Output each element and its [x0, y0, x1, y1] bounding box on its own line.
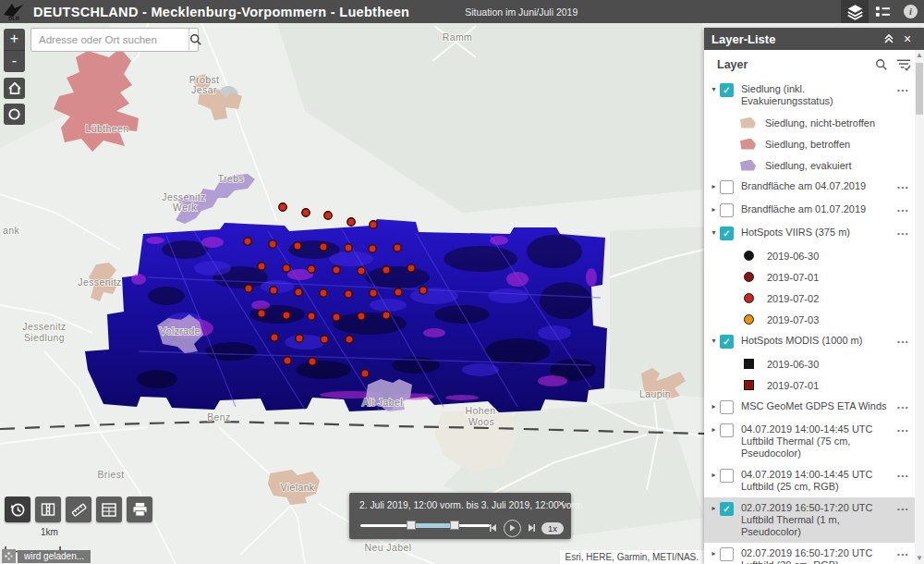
hotspot-marker[interactable] — [296, 335, 303, 342]
hotspot-marker[interactable] — [370, 289, 377, 297]
hotspot-marker[interactable] — [369, 245, 376, 252]
layer-row[interactable]: ▸04.07.2019 14:00-14:45 UTC Luftbild The… — [704, 419, 915, 464]
layer-row[interactable]: ▸MSC GeoMet GDPS ETA Winds••• — [704, 396, 915, 419]
chevron-down-icon[interactable]: ▾ — [709, 228, 719, 237]
play-button[interactable] — [504, 520, 521, 537]
time-slider-track[interactable] — [360, 521, 490, 530]
layer-checkbox[interactable] — [720, 400, 734, 414]
hotspot-marker[interactable] — [383, 312, 390, 319]
layer-checkbox[interactable] — [720, 180, 734, 194]
swipe-button[interactable] — [35, 497, 61, 522]
hotspot-marker[interactable] — [309, 358, 316, 365]
hotspot-marker[interactable] — [407, 264, 415, 272]
measure-button[interactable] — [66, 497, 91, 522]
chevron-right-icon[interactable]: ▸ — [709, 402, 719, 411]
layer-checkbox[interactable]: ✓ — [720, 227, 734, 240]
chevron-right-icon[interactable]: ▸ — [709, 504, 719, 512]
home-button[interactable] — [4, 78, 25, 99]
hotspot-marker[interactable] — [419, 287, 427, 294]
hotspot-marker[interactable] — [320, 243, 327, 251]
layer-checkbox[interactable]: ✓ — [720, 335, 734, 349]
hotspot-marker[interactable] — [333, 266, 340, 274]
hotspot-marker[interactable] — [333, 313, 340, 321]
chevron-right-icon[interactable]: ▸ — [709, 549, 719, 558]
layer-checkbox[interactable]: ✓ — [720, 502, 734, 516]
layer-row[interactable]: ▸✓02.07.2019 16:50-17:20 UTC Luftbild Th… — [704, 497, 915, 543]
hotspot-marker[interactable] — [394, 244, 401, 251]
search-button[interactable] — [188, 29, 202, 51]
hotspot-marker[interactable] — [302, 209, 310, 216]
legend-button[interactable] — [869, 0, 896, 23]
hotspot-marker[interactable] — [321, 336, 328, 343]
chevron-down-icon[interactable]: ▾ — [709, 337, 719, 345]
hotspot-marker[interactable] — [346, 336, 353, 343]
hotspot-marker[interactable] — [395, 288, 402, 296]
collapse-icon[interactable] — [880, 33, 898, 44]
hotspot-marker[interactable] — [269, 240, 276, 248]
hotspot-marker[interactable] — [324, 212, 332, 219]
hotspot-marker[interactable] — [270, 287, 277, 294]
hotspot-marker[interactable] — [283, 264, 290, 272]
hotspot-marker[interactable] — [370, 221, 377, 228]
chevron-down-icon[interactable]: ▾ — [709, 85, 719, 93]
hotspot-marker[interactable] — [283, 312, 290, 319]
panel-scrollbar[interactable]: ▲ ▼ — [915, 50, 924, 564]
hotspot-marker[interactable] — [347, 218, 355, 226]
layer-list-button[interactable] — [841, 0, 869, 23]
zoom-out-button[interactable]: - — [4, 51, 25, 72]
layer-checkbox[interactable] — [720, 203, 734, 217]
layer-checkbox[interactable] — [720, 547, 734, 561]
layer-menu-button[interactable]: ••• — [897, 229, 909, 238]
time-slider-handle-end[interactable] — [450, 521, 459, 530]
step-forward-button[interactable] — [527, 523, 536, 533]
layer-row[interactable]: ▾✓HotSpots MODIS (1000 m)••• — [704, 330, 915, 353]
hotspot-marker[interactable] — [361, 370, 369, 377]
chevron-right-icon[interactable]: ▸ — [709, 425, 719, 434]
layer-search-button[interactable] — [875, 58, 888, 71]
layer-menu-button[interactable]: ••• — [897, 206, 909, 215]
print-button[interactable] — [127, 497, 152, 522]
close-icon[interactable]: × — [898, 31, 917, 46]
layer-row[interactable]: ▾✓Siedlung (inkl. Evakuierungsstatus)••• — [704, 79, 915, 112]
hotspot-marker[interactable] — [279, 203, 286, 211]
hotspot-marker[interactable] — [358, 313, 365, 320]
hotspot-marker[interactable] — [345, 244, 352, 251]
layer-menu-button[interactable]: ••• — [897, 86, 909, 94]
layer-menu-button[interactable]: ••• — [897, 550, 909, 558]
layer-filter-button[interactable] — [896, 58, 911, 71]
scroll-down-icon[interactable]: ▼ — [915, 553, 924, 564]
hotspot-marker[interactable] — [345, 290, 352, 298]
layer-menu-button[interactable]: ••• — [897, 505, 909, 513]
hotspot-marker[interactable] — [308, 265, 315, 273]
chevron-right-icon[interactable]: ▸ — [709, 182, 719, 190]
hotspot-marker[interactable] — [284, 357, 291, 364]
chevron-right-icon[interactable]: ▸ — [709, 471, 719, 479]
hotspot-marker[interactable] — [383, 266, 390, 274]
locate-button[interactable] — [4, 104, 25, 125]
hotspot-marker[interactable] — [358, 267, 365, 275]
zoom-in-button[interactable]: + — [4, 29, 25, 51]
time-slider-button[interactable] — [5, 497, 30, 522]
layer-row[interactable]: ▸Brandfläche am 04.07.2019••• — [704, 176, 915, 199]
layer-menu-button[interactable]: ••• — [897, 183, 909, 191]
layer-row[interactable]: ▾✓HotSpots VIIRS (375 m)••• — [704, 222, 915, 245]
layer-row[interactable]: ▸Brandfläche am 01.07.2019••• — [704, 199, 915, 222]
hotspot-marker[interactable] — [308, 313, 315, 320]
playback-speed-button[interactable]: 1x — [541, 522, 564, 534]
time-slider-handle-start[interactable] — [407, 521, 416, 530]
layer-checkbox[interactable] — [720, 469, 734, 483]
scrollbar-thumb[interactable] — [916, 63, 923, 115]
search-input[interactable] — [31, 29, 188, 51]
hotspot-marker[interactable] — [245, 285, 252, 292]
layer-row[interactable]: ▸04.07.2019 14:00-14:45 UTC Luftbild (25… — [704, 464, 915, 497]
info-button[interactable]: i — [896, 0, 924, 23]
hotspot-marker[interactable] — [258, 263, 265, 270]
layer-menu-button[interactable]: ••• — [897, 472, 909, 480]
hotspot-marker[interactable] — [295, 288, 302, 296]
layer-menu-button[interactable]: ••• — [897, 426, 909, 435]
hotspot-marker[interactable] — [258, 310, 265, 317]
step-back-button[interactable] — [489, 523, 498, 533]
scroll-up-icon[interactable]: ▲ — [915, 50, 924, 61]
hotspot-marker[interactable] — [271, 334, 278, 341]
attribute-table-button[interactable] — [96, 497, 122, 522]
